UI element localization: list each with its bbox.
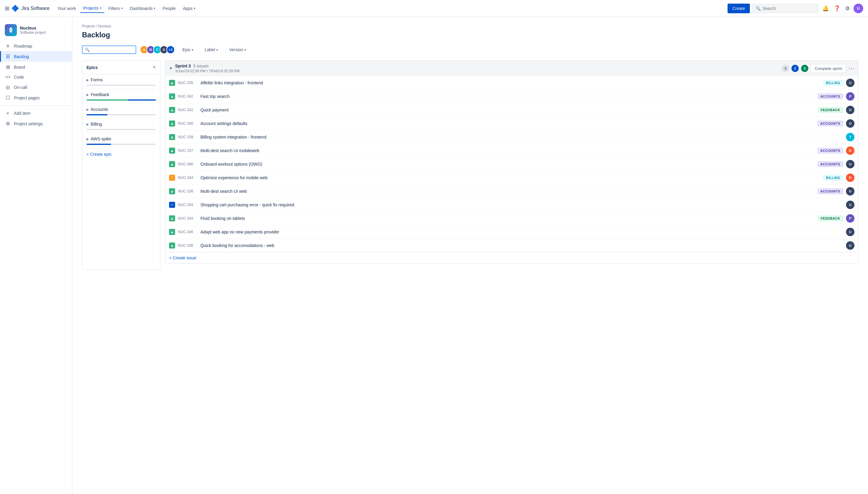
filters-bar: 🔍 A B C D +3 Epic ▾ Label ▾ Version ▾ <box>82 45 858 54</box>
search-bar[interactable]: 🔍 <box>752 4 818 13</box>
issue-label: ACCOUNTS <box>818 148 843 153</box>
topnav-links: Your work Projects ▾ Filters ▾ Dashboard… <box>54 4 725 13</box>
table-row[interactable]: ▲ NUC-343 Fluid booking on tablets FEEDB… <box>165 212 858 225</box>
sidebar-item-oncall[interactable]: ◎ On-call <box>0 82 72 93</box>
sidebar-item-roadmap[interactable]: ≡ Roadmap <box>0 41 72 51</box>
epic-aws-spike-row[interactable]: ▶ AWS spike <box>87 136 156 141</box>
notifications-button[interactable]: 🔔 <box>821 4 830 13</box>
sprint-more-button[interactable]: ⋯ <box>848 65 854 72</box>
topnav-dashboards[interactable]: Dashboards ▾ <box>127 4 159 13</box>
status-inprogress-badge: 2 <box>791 65 799 72</box>
table-row[interactable]: ▲ NUC-335 Affelite links integration - f… <box>165 76 858 90</box>
backlog-icon: ☰ <box>5 54 11 59</box>
epic-feedback-row[interactable]: ▶ Feedback <box>87 92 156 97</box>
create-issue-button[interactable]: + Create issue <box>165 252 858 264</box>
topnav-your-work[interactable]: Your work <box>54 4 79 13</box>
breadcrumb-nucleus[interactable]: Nucleus <box>98 24 111 28</box>
epics-panel-header: Epics × <box>82 60 160 74</box>
epic-feedback-progress <box>87 99 156 101</box>
main-content: Projects / Nucleus Backlog 🔍 A B C D +3 … <box>72 17 868 494</box>
issue-list: ▲ NUC-335 Affelite links integration - f… <box>165 76 858 252</box>
grid-icon[interactable]: ⊞ <box>5 5 10 12</box>
epic-billing-row[interactable]: ▶ Billing <box>87 122 156 127</box>
sidebar-item-label: Code <box>14 75 24 79</box>
label-filter-label: Label <box>205 47 215 52</box>
sidebar-item-board[interactable]: ⊞ Board <box>0 62 72 72</box>
issue-key: NUC-340 <box>178 121 198 126</box>
sprint-dates: 3/Jan/19 02:59 PM • 7/Feb/19 02:59 PM <box>175 69 779 73</box>
issue-label: BILLING <box>824 80 843 86</box>
table-row[interactable]: ▲ NUC-346 Adapt web app no new payments … <box>165 225 858 239</box>
epic-forms-label: Forms <box>91 77 103 82</box>
settings-icon: ⚙ <box>5 121 11 127</box>
table-row[interactable]: ▲ NUC-337 Multi-dest search UI mobileweb… <box>165 144 858 157</box>
issue-avatar: U <box>846 228 854 236</box>
help-button[interactable]: ❓ <box>832 4 842 13</box>
epic-accounts-progress <box>87 114 156 115</box>
epic-forms-row[interactable]: ▶ Forms <box>87 77 156 82</box>
issue-type-icon: ▲ <box>169 120 175 127</box>
sidebar-project-header: Nucleus Software project <box>0 22 72 41</box>
sidebar-item-code[interactable]: </> Code <box>0 72 72 82</box>
label-filter-button[interactable]: Label ▾ <box>201 45 222 54</box>
topnav-apps[interactable]: Apps ▾ <box>180 4 198 13</box>
create-button[interactable]: Create <box>727 4 750 13</box>
table-row[interactable]: ▲ NUC-336 Quick booking for accomodation… <box>165 239 858 252</box>
sprint-collapse-icon[interactable]: ▼ <box>169 66 173 71</box>
issue-summary: Billing system integration - frontend <box>200 135 843 139</box>
backlog-search[interactable]: 🔍 <box>82 45 136 54</box>
sidebar-item-settings[interactable]: ⚙ Project settings <box>0 118 72 129</box>
avatar-filter-group[interactable]: A B C D +3 <box>140 45 175 54</box>
issue-summary: Quick booking for accomodations - web <box>200 243 843 248</box>
sidebar-item-label: Roadmap <box>14 44 32 49</box>
topnav-projects[interactable]: Projects ▾ <box>80 4 104 13</box>
table-row[interactable]: ▲ NUC-342 Fast trip search ACCOUNTS P <box>165 90 858 103</box>
project-type: Software project <box>20 31 46 35</box>
epic-accounts-label: Accounts <box>91 107 108 112</box>
version-filter-button[interactable]: Version ▾ <box>225 45 250 54</box>
epic-filter-button[interactable]: Epic ▾ <box>179 45 197 54</box>
sidebar-item-label: On-call <box>14 85 27 90</box>
logo-area[interactable]: ⊞ Jira Software <box>5 4 50 13</box>
board-icon: ⊞ <box>5 64 11 70</box>
table-row[interactable]: ▲ NUC-341 Quick payment FEEDBACK U <box>165 103 858 117</box>
issue-label: ACCOUNTS <box>818 162 843 167</box>
jira-wordmark: Jira Software <box>21 6 50 11</box>
complete-sprint-button[interactable]: Complete sprint <box>811 64 846 73</box>
search-input[interactable] <box>762 6 815 11</box>
topnav-filters[interactable]: Filters ▾ <box>106 4 126 13</box>
table-row[interactable]: ! NUC-344 Optimize experience for mobile… <box>165 171 858 185</box>
table-row[interactable]: ▲ NUC-338 Multi-dest search UI web ACCOU… <box>165 185 858 198</box>
epic-aws-chevron-icon: ▶ <box>87 137 89 141</box>
issue-key: NUC-335 <box>178 81 198 85</box>
table-row[interactable]: ▲ NUC-339 Billing system integration - f… <box>165 130 858 144</box>
sidebar-item-add[interactable]: + Add item <box>0 108 72 118</box>
sidebar-item-pages[interactable]: ☐ Project pages <box>0 93 72 103</box>
table-row[interactable]: ▲ NUC-360 Onboard workout options (OWO) … <box>165 157 858 171</box>
settings-button[interactable]: ⚙ <box>844 4 851 13</box>
breadcrumb-projects[interactable]: Projects <box>82 24 95 28</box>
issue-avatar: T <box>846 133 854 141</box>
project-icon <box>5 24 17 36</box>
user-avatar[interactable]: U <box>853 4 863 13</box>
issue-summary: Adapt web app no new payments provider <box>200 230 843 234</box>
create-epic-button[interactable]: + Create epic <box>82 148 160 160</box>
issue-key: NUC-338 <box>178 189 198 193</box>
epics-close-button[interactable]: × <box>152 64 156 71</box>
sidebar-item-backlog[interactable]: ☰ Backlog <box>0 51 72 62</box>
issue-avatar: U <box>846 201 854 209</box>
topnav-people[interactable]: People <box>160 4 179 13</box>
sprint-count: 5 issues <box>193 63 208 69</box>
sprint-name: Sprint 3 <box>175 63 191 69</box>
label-filter-chevron-icon: ▾ <box>216 48 218 52</box>
sprint-header: ▼ Sprint 3 5 issues 3/Jan/19 02:59 PM • … <box>165 60 858 76</box>
table-row[interactable]: ▲ NUC-340 Account settings defaults ACCO… <box>165 117 858 130</box>
epic-accounts-row[interactable]: ▶ Accounts <box>87 107 156 112</box>
filters-chevron-icon: ▾ <box>121 7 123 10</box>
backlog-search-input[interactable] <box>92 47 122 52</box>
table-row[interactable]: + NUC-354 Shopping cart purchasing error… <box>165 198 858 212</box>
avatar-filter-more[interactable]: +3 <box>166 45 175 54</box>
epic-forms: ▶ Forms <box>82 74 160 89</box>
sidebar-item-label: Project settings <box>14 121 43 126</box>
issue-key: NUC-339 <box>178 135 198 139</box>
